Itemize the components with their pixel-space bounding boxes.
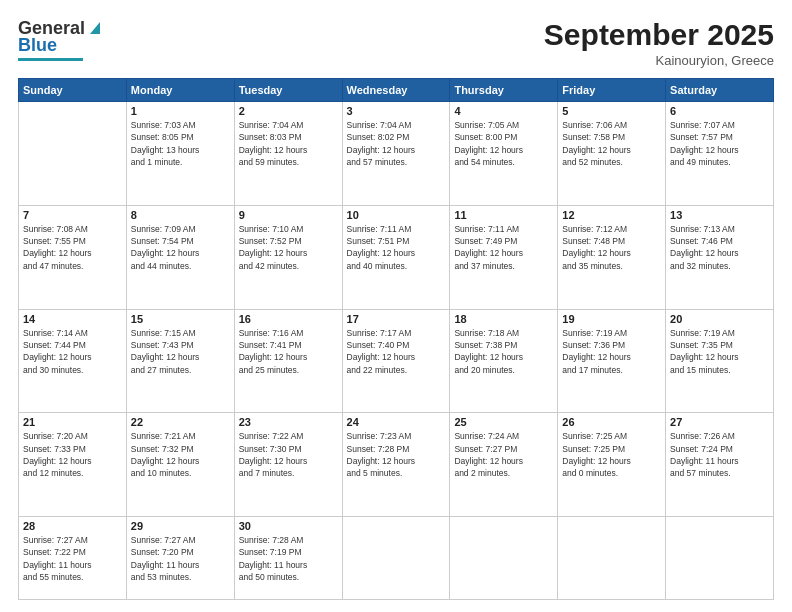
table-row: 17Sunrise: 7:17 AM Sunset: 7:40 PM Dayli… [342,309,450,413]
day-info: Sunrise: 7:28 AM Sunset: 7:19 PM Dayligh… [239,534,338,583]
table-row: 1Sunrise: 7:03 AM Sunset: 8:05 PM Daylig… [126,102,234,206]
day-number: 11 [454,209,553,221]
day-number: 15 [131,313,230,325]
day-info: Sunrise: 7:21 AM Sunset: 7:32 PM Dayligh… [131,430,230,479]
table-row [666,517,774,600]
day-info: Sunrise: 7:07 AM Sunset: 7:57 PM Dayligh… [670,119,769,168]
calendar-week-row: 21Sunrise: 7:20 AM Sunset: 7:33 PM Dayli… [19,413,774,517]
day-info: Sunrise: 7:11 AM Sunset: 7:49 PM Dayligh… [454,223,553,272]
col-saturday: Saturday [666,79,774,102]
logo: General Blue [18,18,104,61]
day-number: 6 [670,105,769,117]
table-row: 13Sunrise: 7:13 AM Sunset: 7:46 PM Dayli… [666,205,774,309]
table-row: 15Sunrise: 7:15 AM Sunset: 7:43 PM Dayli… [126,309,234,413]
day-info: Sunrise: 7:05 AM Sunset: 8:00 PM Dayligh… [454,119,553,168]
day-info: Sunrise: 7:04 AM Sunset: 8:02 PM Dayligh… [347,119,446,168]
day-info: Sunrise: 7:25 AM Sunset: 7:25 PM Dayligh… [562,430,661,479]
day-number: 18 [454,313,553,325]
header: General Blue September 2025 Kainouryion,… [18,18,774,68]
day-number: 3 [347,105,446,117]
col-wednesday: Wednesday [342,79,450,102]
calendar-title: September 2025 [544,18,774,51]
day-number: 7 [23,209,122,221]
day-info: Sunrise: 7:06 AM Sunset: 7:58 PM Dayligh… [562,119,661,168]
logo-blue-text: Blue [18,35,57,56]
table-row: 29Sunrise: 7:27 AM Sunset: 7:20 PM Dayli… [126,517,234,600]
day-number: 12 [562,209,661,221]
day-info: Sunrise: 7:27 AM Sunset: 7:20 PM Dayligh… [131,534,230,583]
day-info: Sunrise: 7:16 AM Sunset: 7:41 PM Dayligh… [239,327,338,376]
day-info: Sunrise: 7:17 AM Sunset: 7:40 PM Dayligh… [347,327,446,376]
col-sunday: Sunday [19,79,127,102]
day-info: Sunrise: 7:09 AM Sunset: 7:54 PM Dayligh… [131,223,230,272]
day-info: Sunrise: 7:23 AM Sunset: 7:28 PM Dayligh… [347,430,446,479]
day-number: 16 [239,313,338,325]
day-number: 24 [347,416,446,428]
day-number: 14 [23,313,122,325]
day-number: 30 [239,520,338,532]
day-number: 2 [239,105,338,117]
day-number: 19 [562,313,661,325]
table-row [450,517,558,600]
day-info: Sunrise: 7:19 AM Sunset: 7:35 PM Dayligh… [670,327,769,376]
day-number: 26 [562,416,661,428]
col-friday: Friday [558,79,666,102]
logo-underline [18,58,83,61]
table-row: 14Sunrise: 7:14 AM Sunset: 7:44 PM Dayli… [19,309,127,413]
table-row: 23Sunrise: 7:22 AM Sunset: 7:30 PM Dayli… [234,413,342,517]
day-number: 29 [131,520,230,532]
calendar-body: 1Sunrise: 7:03 AM Sunset: 8:05 PM Daylig… [19,102,774,600]
table-row: 19Sunrise: 7:19 AM Sunset: 7:36 PM Dayli… [558,309,666,413]
day-info: Sunrise: 7:10 AM Sunset: 7:52 PM Dayligh… [239,223,338,272]
table-row: 18Sunrise: 7:18 AM Sunset: 7:38 PM Dayli… [450,309,558,413]
table-row: 28Sunrise: 7:27 AM Sunset: 7:22 PM Dayli… [19,517,127,600]
day-number: 25 [454,416,553,428]
table-row: 6Sunrise: 7:07 AM Sunset: 7:57 PM Daylig… [666,102,774,206]
table-row: 2Sunrise: 7:04 AM Sunset: 8:03 PM Daylig… [234,102,342,206]
day-info: Sunrise: 7:04 AM Sunset: 8:03 PM Dayligh… [239,119,338,168]
table-row: 20Sunrise: 7:19 AM Sunset: 7:35 PM Dayli… [666,309,774,413]
header-row: Sunday Monday Tuesday Wednesday Thursday… [19,79,774,102]
table-row: 7Sunrise: 7:08 AM Sunset: 7:55 PM Daylig… [19,205,127,309]
page: General Blue September 2025 Kainouryion,… [0,0,792,612]
table-row: 10Sunrise: 7:11 AM Sunset: 7:51 PM Dayli… [342,205,450,309]
table-row [558,517,666,600]
day-info: Sunrise: 7:20 AM Sunset: 7:33 PM Dayligh… [23,430,122,479]
table-row: 11Sunrise: 7:11 AM Sunset: 7:49 PM Dayli… [450,205,558,309]
table-row: 5Sunrise: 7:06 AM Sunset: 7:58 PM Daylig… [558,102,666,206]
day-number: 13 [670,209,769,221]
table-row: 22Sunrise: 7:21 AM Sunset: 7:32 PM Dayli… [126,413,234,517]
day-info: Sunrise: 7:13 AM Sunset: 7:46 PM Dayligh… [670,223,769,272]
day-number: 22 [131,416,230,428]
day-number: 23 [239,416,338,428]
day-number: 1 [131,105,230,117]
table-row: 26Sunrise: 7:25 AM Sunset: 7:25 PM Dayli… [558,413,666,517]
table-row: 3Sunrise: 7:04 AM Sunset: 8:02 PM Daylig… [342,102,450,206]
calendar-week-row: 7Sunrise: 7:08 AM Sunset: 7:55 PM Daylig… [19,205,774,309]
table-row [342,517,450,600]
calendar-week-row: 1Sunrise: 7:03 AM Sunset: 8:05 PM Daylig… [19,102,774,206]
table-row: 24Sunrise: 7:23 AM Sunset: 7:28 PM Dayli… [342,413,450,517]
day-info: Sunrise: 7:18 AM Sunset: 7:38 PM Dayligh… [454,327,553,376]
day-info: Sunrise: 7:08 AM Sunset: 7:55 PM Dayligh… [23,223,122,272]
day-number: 8 [131,209,230,221]
day-number: 28 [23,520,122,532]
day-info: Sunrise: 7:19 AM Sunset: 7:36 PM Dayligh… [562,327,661,376]
table-row: 4Sunrise: 7:05 AM Sunset: 8:00 PM Daylig… [450,102,558,206]
day-info: Sunrise: 7:03 AM Sunset: 8:05 PM Dayligh… [131,119,230,168]
calendar-header: Sunday Monday Tuesday Wednesday Thursday… [19,79,774,102]
calendar-subtitle: Kainouryion, Greece [544,53,774,68]
table-row: 8Sunrise: 7:09 AM Sunset: 7:54 PM Daylig… [126,205,234,309]
day-info: Sunrise: 7:22 AM Sunset: 7:30 PM Dayligh… [239,430,338,479]
col-monday: Monday [126,79,234,102]
day-number: 4 [454,105,553,117]
day-info: Sunrise: 7:11 AM Sunset: 7:51 PM Dayligh… [347,223,446,272]
day-info: Sunrise: 7:26 AM Sunset: 7:24 PM Dayligh… [670,430,769,479]
day-number: 5 [562,105,661,117]
day-number: 21 [23,416,122,428]
day-info: Sunrise: 7:27 AM Sunset: 7:22 PM Dayligh… [23,534,122,583]
table-row: 12Sunrise: 7:12 AM Sunset: 7:48 PM Dayli… [558,205,666,309]
logo-triangle-icon [86,18,104,36]
table-row: 25Sunrise: 7:24 AM Sunset: 7:27 PM Dayli… [450,413,558,517]
day-number: 17 [347,313,446,325]
